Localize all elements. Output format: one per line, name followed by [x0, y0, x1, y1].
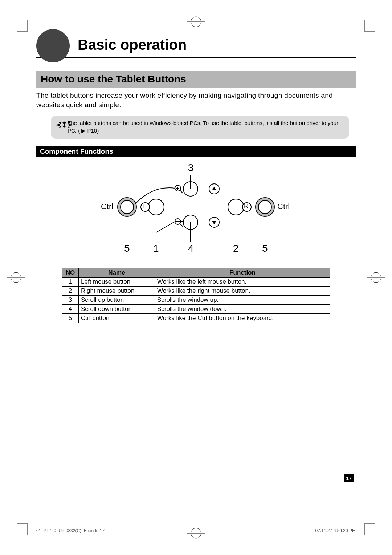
crop-mark-br	[361, 520, 375, 535]
chapter-bullet-icon	[36, 29, 70, 62]
registration-mark-bottom	[187, 524, 205, 543]
diagram-mouse-left-label: L	[142, 203, 146, 210]
callout-5-right: 5	[262, 243, 268, 254]
th-fn: Function	[155, 268, 330, 277]
component-diagram: Ctrl Ctrl L R 3 5 1 4 2 5	[94, 160, 298, 256]
callout-4: 4	[188, 243, 194, 254]
function-table: NO Name Function 1Left mouse buttonWorks…	[62, 268, 330, 323]
sub-heading: Component Functions	[36, 146, 356, 157]
table-row: 5Ctrl buttonWorks like the Ctrl button o…	[62, 313, 330, 323]
diagram-mouse-right-label: R	[244, 203, 249, 210]
crop-mark-tl	[17, 20, 31, 35]
callout-2: 2	[233, 243, 239, 254]
callout-5-left: 5	[124, 243, 130, 254]
table-row: 1Left mouse buttonWorks like the left mo…	[62, 277, 330, 286]
registration-mark-left	[7, 268, 25, 287]
registration-mark-top	[187, 12, 205, 31]
table-row: 2Right mouse buttonWorks like the right …	[62, 286, 330, 295]
imposition-slug-right: 07.11.27 6:56:20 PM	[315, 528, 356, 533]
chapter-underline	[36, 57, 356, 58]
th-no: NO	[62, 268, 79, 277]
page-content: Basic operation How to use the Tablet Bu…	[36, 29, 356, 323]
diagram-ctrl-right-label: Ctrl	[277, 202, 290, 211]
table-row: 4Scroll down buttonScrolls the window do…	[62, 304, 330, 313]
callout-1: 1	[153, 243, 159, 254]
page-number-badge: 17	[344, 474, 354, 482]
note-callout: ⊰❢⊱ The tablet buttons can be used in Wi…	[51, 116, 349, 139]
th-name: Name	[79, 268, 155, 277]
note-text: The tablet buttons can be used in Window…	[68, 120, 338, 133]
imposition-slug-left: 01_PL720_UZ 0332(C)_En.indd 17	[36, 528, 105, 533]
lightbulb-icon: ⊰❢⊱	[55, 119, 73, 130]
crop-mark-tr	[361, 20, 375, 35]
section-heading: How to use the Tablet Buttons	[36, 71, 356, 88]
note-page-ref: ▶ P10	[81, 127, 97, 134]
section-lead-text: The tablet buttons increase your work ef…	[36, 91, 356, 109]
callout-3: 3	[188, 162, 194, 174]
table-row: 3Scroll up buttonScrolls the window up.	[62, 295, 330, 304]
registration-mark-right	[367, 268, 385, 287]
chapter-title: Basic operation	[78, 37, 356, 55]
note-close-paren: )	[97, 127, 99, 134]
diagram-ctrl-left-label: Ctrl	[101, 202, 113, 211]
crop-mark-bl	[17, 520, 31, 535]
